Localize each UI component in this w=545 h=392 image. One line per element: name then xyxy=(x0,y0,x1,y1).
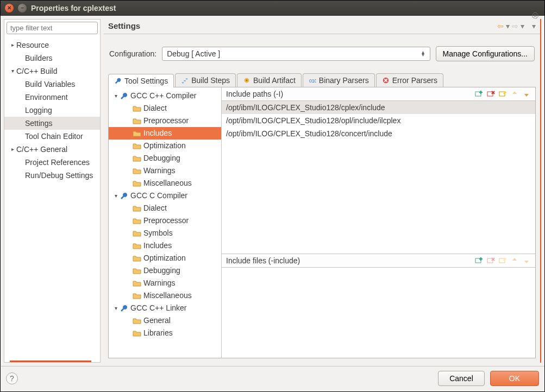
sidebar-item[interactable]: Project References xyxy=(4,156,100,169)
tool-tree-label: Preprocessor xyxy=(143,115,189,127)
category-sidebar: ⓧ ▸ResourceBuilders▾C/C++ BuildBuild Var… xyxy=(4,19,101,363)
tool-tree[interactable]: ▾GCC C++ CompilerDialectPreprocessorIncl… xyxy=(109,87,222,358)
tool-tree-label: GCC C++ Compiler xyxy=(130,90,196,102)
tool-tree-item[interactable]: Optimization xyxy=(109,140,221,152)
move-down-icon[interactable] xyxy=(522,90,531,98)
folder-icon xyxy=(133,117,141,125)
tool-tree-item[interactable]: Symbols xyxy=(109,227,221,239)
tree-twistie-icon[interactable]: ▾ xyxy=(112,189,120,202)
cancel-button[interactable]: Cancel xyxy=(438,371,485,386)
sidebar-item[interactable]: ▾C/C++ Build xyxy=(4,65,100,78)
tab-error-parsers[interactable]: Error Parsers xyxy=(376,73,443,87)
sidebar-item-label: Builders xyxy=(25,52,53,64)
forward-menu-icon[interactable] xyxy=(521,22,524,30)
window-close-icon[interactable]: ✕ xyxy=(5,4,14,12)
tool-tree-item[interactable]: Dialect xyxy=(109,202,221,214)
forward-icon[interactable] xyxy=(512,22,518,30)
list-item[interactable]: /opt/ibm/ILOG/CPLEX_Studio128/opl/includ… xyxy=(222,114,535,127)
sidebar-item[interactable]: Logging xyxy=(4,104,100,117)
tool-tree-item[interactable]: Warnings xyxy=(109,277,221,289)
tool-tree-item[interactable]: Debugging xyxy=(109,264,221,277)
sidebar-item-label: Resource xyxy=(16,39,49,51)
tree-twistie-icon[interactable]: ▸ xyxy=(9,39,16,51)
sidebar-item[interactable]: Run/Debug Settings xyxy=(4,169,100,182)
svg-text:010: 010 xyxy=(309,78,316,84)
ok-button[interactable]: OK xyxy=(490,371,539,386)
edit-icon[interactable] xyxy=(498,90,507,98)
svg-point-1 xyxy=(246,79,248,81)
sidebar-item[interactable]: Environment xyxy=(4,91,100,104)
edit-icon[interactable] xyxy=(498,256,507,265)
include-paths-list[interactable]: /opt/ibm/ILOG/CPLEX_Studio128/cplex/incl… xyxy=(222,100,535,254)
category-tree[interactable]: ▸ResourceBuilders▾C/C++ BuildBuild Varia… xyxy=(4,36,100,358)
tool-tree-label: GCC C Compiler xyxy=(130,189,187,202)
folder-icon xyxy=(133,204,141,213)
accent-bar xyxy=(10,361,91,362)
include-files-list[interactable] xyxy=(222,267,535,358)
window-minimize-icon[interactable]: – xyxy=(18,4,27,12)
tool-tree-item[interactable]: ▾GCC C++ Compiler xyxy=(109,90,221,102)
sidebar-item-label: Project References xyxy=(25,156,90,168)
tool-tree-item[interactable]: Libraries xyxy=(109,327,221,339)
tool-tree-item[interactable]: Miscellaneous xyxy=(109,289,221,302)
folder-icon xyxy=(133,129,141,138)
sidebar-item[interactable]: Tool Chain Editor xyxy=(4,130,100,143)
delete-icon[interactable] xyxy=(486,90,495,98)
move-up-icon[interactable] xyxy=(510,90,519,98)
view-menu-icon[interactable] xyxy=(532,22,536,30)
artifact-icon xyxy=(243,77,250,84)
tool-tree-item[interactable]: Dialect xyxy=(109,102,221,115)
sidebar-item[interactable]: ▸Resource xyxy=(4,39,100,52)
tool-tree-item[interactable]: Preprocessor xyxy=(109,115,221,127)
tab-build-artifact[interactable]: Build Artifact xyxy=(237,73,302,87)
titlebar[interactable]: ✕ – Properties for cplextest xyxy=(1,1,544,16)
back-menu-icon[interactable] xyxy=(506,22,510,30)
add-icon[interactable] xyxy=(474,90,483,98)
back-icon[interactable] xyxy=(497,22,504,30)
tool-tree-item[interactable]: Warnings xyxy=(109,165,221,177)
sidebar-item[interactable]: Build Variables xyxy=(4,78,100,91)
dialog-button-bar: ? Cancel OK xyxy=(1,366,544,391)
tool-tree-label: Debugging xyxy=(143,264,180,277)
tool-tree-item[interactable]: General xyxy=(109,314,221,327)
tool-tree-item[interactable]: ▾GCC C++ Linker xyxy=(109,302,221,314)
configuration-select[interactable]: Debug [ Active ] xyxy=(162,47,430,61)
tool-tree-item[interactable]: Includes xyxy=(109,127,221,140)
folder-icon xyxy=(133,329,141,338)
tab-build-steps[interactable]: Build Steps xyxy=(175,73,236,87)
tool-tree-item[interactable]: ▾GCC C Compiler xyxy=(109,189,221,202)
tool-tree-item[interactable]: Preprocessor xyxy=(109,214,221,227)
folder-icon xyxy=(133,142,141,150)
configuration-label: Configuration: xyxy=(109,49,156,58)
tab-tool-settings[interactable]: Tool Settings xyxy=(108,74,174,87)
manage-configurations-button[interactable]: Manage Configurations... xyxy=(436,46,535,61)
tree-twistie-icon[interactable]: ▾ xyxy=(9,65,16,77)
folder-icon xyxy=(133,254,141,263)
folder-icon xyxy=(133,292,141,300)
tool-tree-item[interactable]: Miscellaneous xyxy=(109,177,221,189)
tab-label: Binary Parsers xyxy=(319,76,369,85)
tree-twistie-icon[interactable]: ▾ xyxy=(112,302,120,314)
clear-filter-icon[interactable]: ⓧ xyxy=(532,11,538,21)
tool-tree-item[interactable]: Optimization xyxy=(109,252,221,264)
include-paths-title: Include paths (-I) xyxy=(226,90,283,98)
move-up-icon[interactable] xyxy=(510,256,519,265)
delete-icon[interactable] xyxy=(486,256,495,265)
add-icon[interactable] xyxy=(474,256,483,265)
sidebar-item-label: Tool Chain Editor xyxy=(25,130,83,142)
tree-twistie-icon[interactable]: ▸ xyxy=(9,143,16,155)
list-item[interactable]: /opt/ibm/ILOG/CPLEX_Studio128/concert/in… xyxy=(222,127,535,140)
include-files-title: Include files (-include) xyxy=(226,256,300,265)
tool-tree-item[interactable]: Debugging xyxy=(109,152,221,165)
tool-tree-item[interactable]: Includes xyxy=(109,239,221,252)
sidebar-item[interactable]: ▸C/C++ General xyxy=(4,143,100,156)
sidebar-item[interactable]: Settings xyxy=(4,117,100,130)
tree-twistie-icon[interactable]: ▾ xyxy=(112,90,120,102)
help-button[interactable]: ? xyxy=(6,372,18,384)
sidebar-item-label: C/C++ Build xyxy=(16,65,57,77)
filter-input[interactable] xyxy=(7,22,98,34)
list-item[interactable]: /opt/ibm/ILOG/CPLEX_Studio128/cplex/incl… xyxy=(222,101,535,114)
move-down-icon[interactable] xyxy=(522,256,531,265)
sidebar-item[interactable]: Builders xyxy=(4,52,100,65)
tab-binary-parsers[interactable]: 010Binary Parsers xyxy=(303,73,375,87)
